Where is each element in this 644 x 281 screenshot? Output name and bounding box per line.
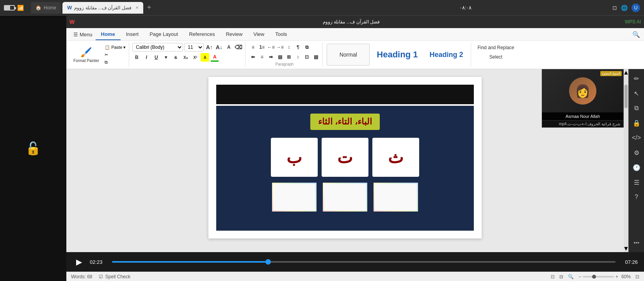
column-button[interactable]: ⧉ (302, 43, 311, 52)
font-size-decrease-button[interactable]: A↓ (215, 43, 223, 52)
browser-icon-1[interactable]: ⊡ (612, 5, 617, 11)
status-bar: Words: 68 ☑ Spell Check ⊡ ⊟ 🔍 − + 60% ⊡ (66, 272, 644, 281)
new-tab-button[interactable]: + (145, 4, 154, 12)
code-sidebar-icon[interactable]: </> (630, 132, 643, 144)
copy-button[interactable]: ⧉ (103, 59, 127, 66)
bullets-button[interactable]: ≡ (249, 43, 257, 52)
tab-insert[interactable]: Insert (121, 29, 144, 40)
font-color-button[interactable]: A (224, 43, 233, 52)
cursor-sidebar-icon[interactable]: ↖ (630, 87, 643, 100)
paste-button[interactable]: 📋 Paste ▾ (103, 44, 127, 51)
style-heading2-button[interactable]: Heading 2 (425, 44, 468, 66)
writing-cards-row (271, 181, 419, 213)
lock-sidebar-icon[interactable]: 🔒 (630, 117, 643, 129)
decrease-indent-button[interactable]: ←≡ (267, 43, 275, 52)
search-icon[interactable]: 🔍 (632, 31, 640, 38)
cut-button[interactable]: ✂ (103, 52, 127, 58)
pencil-sidebar-icon[interactable]: ✏ (630, 72, 643, 85)
styles-group: Normal Heading 1 Heading 2 (324, 42, 471, 67)
underline-button[interactable]: U (152, 53, 160, 62)
current-time-display: 02:23 (90, 259, 107, 265)
sort-button[interactable]: ↕ (285, 43, 293, 52)
format-painter-button[interactable]: 🖌️ Format Painter (70, 42, 102, 67)
text-color-button[interactable]: A (210, 53, 219, 62)
bold-button[interactable]: B (132, 53, 141, 62)
ribbon-content: 🖌️ Format Painter 📋 Paste ▾ ✂ ⧉ (66, 41, 644, 69)
browser-icon-2[interactable]: 🌐 (621, 5, 628, 11)
zoom-slider-thumb[interactable] (592, 275, 596, 279)
clear-format-button[interactable]: ⌫ (234, 43, 243, 52)
writing-card-1 (372, 181, 419, 213)
wps-ai-label: WPS AI (625, 19, 641, 25)
more-sidebar-icon[interactable]: ••• (633, 240, 639, 246)
list-sidebar-icon[interactable]: ☰ (630, 176, 643, 189)
tab-home[interactable]: 🏠 Home (31, 2, 61, 14)
style-heading1-button[interactable]: Heading 1 (372, 44, 422, 66)
help-sidebar-icon[interactable]: ? (630, 191, 643, 203)
settings-sidebar-icon[interactable]: ⚙ (630, 146, 643, 159)
tab-review[interactable]: Review (221, 29, 248, 40)
zoom-increase-button[interactable]: + (616, 274, 618, 279)
menu-button[interactable]: ☰ Menu (70, 30, 96, 39)
scrollbar-thumb[interactable] (624, 85, 628, 108)
numbering-button[interactable]: 1≡ (258, 43, 266, 52)
underline-dropdown[interactable]: ▾ (162, 53, 170, 62)
copy-icon: ⧉ (105, 60, 108, 65)
line-spacing-button[interactable]: ↕ (294, 53, 302, 61)
tab-view[interactable]: View (248, 29, 270, 40)
borders-button[interactable]: ⊡ (302, 53, 311, 61)
select-button[interactable]: Select (487, 53, 505, 61)
tab-references[interactable]: References (183, 29, 220, 40)
align-right-button[interactable]: ➡ (267, 53, 275, 61)
paragraph-group: ≡ 1≡ ←≡ →≡ ↕ ¶ ⧉ ⬅ ≡ ➡ ▤ (246, 42, 323, 67)
strikethrough-button[interactable]: S̶ (171, 53, 180, 62)
shading-button[interactable]: ▧ (311, 53, 320, 61)
zoom-control: − + 60% (578, 274, 631, 279)
column-layout-button[interactable]: ⊞ (285, 53, 293, 61)
subscript-button[interactable]: X₂ (181, 53, 190, 62)
progress-bar[interactable] (112, 261, 616, 263)
progress-thumb[interactable] (265, 259, 271, 265)
zoom-slider[interactable] (583, 276, 614, 277)
justify-button[interactable]: ▤ (276, 53, 284, 61)
presenter-overlay: 👩 السوق المفتوح Asmaa Nour Allah شرح قرا… (542, 69, 624, 128)
wps-logo: W (69, 19, 75, 25)
play-button[interactable]: ▶ (73, 256, 85, 268)
tab-tools[interactable]: Tools (270, 29, 292, 40)
fullscreen-button[interactable]: ⊡ (635, 274, 639, 279)
font-size-select[interactable]: 11 (184, 43, 204, 52)
paste-label: Paste (111, 45, 122, 50)
superscript-button[interactable]: X² (191, 53, 199, 62)
presenter-name: Asmaa Nour Allah (542, 112, 623, 120)
italic-button[interactable]: I (142, 53, 151, 62)
doc-scroll-area[interactable]: الباء، التاء، الثاء ث ت ب (66, 69, 624, 252)
view-icon-2[interactable]: ⊟ (559, 274, 563, 279)
font-name-select[interactable]: Calibri (Body) (132, 43, 183, 52)
font-size-increase-button[interactable]: A↑ (205, 43, 213, 52)
crop-sidebar-icon[interactable]: ⧉ (630, 102, 643, 114)
user-avatar[interactable]: U (632, 4, 640, 12)
history-sidebar-icon[interactable]: 🕐 (630, 161, 643, 174)
style-normal-button[interactable]: Normal (327, 44, 370, 66)
paragraph-marks-button[interactable]: ¶ (294, 43, 302, 52)
tab-home[interactable]: Home (96, 29, 121, 40)
cut-icon: ✂ (105, 52, 108, 57)
paste-dropdown-icon: ▾ (123, 45, 126, 50)
highlight-button[interactable]: A (201, 53, 209, 62)
progress-fill (112, 261, 268, 263)
ribbon-tab-bar: ☰ Menu Home Insert Page Layout Reference… (66, 28, 644, 41)
increase-indent-button[interactable]: →≡ (276, 43, 284, 52)
home-favicon: 🏠 (36, 5, 41, 11)
tab-close-icon[interactable]: ✕ (135, 5, 139, 10)
view-icon-1[interactable]: ⊡ (551, 274, 555, 279)
align-left-button[interactable]: ⬅ (249, 53, 257, 61)
doc-scrollbar[interactable]: ▲ ▼ (624, 69, 628, 252)
find-replace-button[interactable]: Find and Replace (475, 44, 516, 52)
tab-page-layout[interactable]: Page Layout (144, 29, 183, 40)
tab-doc[interactable]: W فضل القرآن ف... مقابلة زووم ✕ (62, 2, 143, 14)
tab-doc-label: فضل القرآن ف... مقابلة زووم (74, 5, 131, 11)
spell-check-label[interactable]: ☑ Spell Check (99, 274, 130, 279)
format-painter-icon: 🖌️ (80, 47, 92, 58)
align-center-button[interactable]: ≡ (258, 53, 266, 61)
zoom-decrease-button[interactable]: − (578, 274, 581, 279)
